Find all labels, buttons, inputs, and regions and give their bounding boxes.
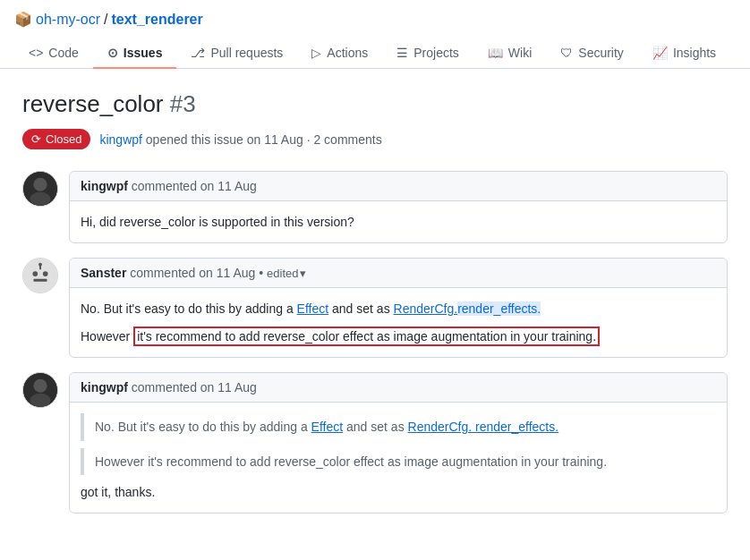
comment-body-3: No. But it's easy to do this by adding a…	[70, 403, 727, 513]
render-effects-highlight: render_effects.	[457, 301, 541, 316]
comment-2: Sanster commented on 11 Aug • edited ▾ N…	[22, 258, 728, 372]
issue-meta-text: kingwpf opened this issue on 11 Aug · 2 …	[99, 132, 381, 147]
comment-body-1: Hi, did reverse_color is supported in th…	[70, 201, 727, 242]
tab-security-label: Security	[578, 46, 624, 60]
edited-dropdown[interactable]: edited ▾	[267, 267, 306, 280]
comment-date-3: commented on 11 Aug	[132, 380, 257, 395]
avatar-sanster	[22, 258, 58, 293]
tab-actions[interactable]: ▷ Actions	[297, 38, 382, 69]
comment-thread: kingwpf commented on 11 Aug Hi, did reve…	[22, 171, 728, 528]
rendercfg-link[interactable]: RenderCfg.	[394, 301, 458, 316]
tab-wiki-label: Wiki	[508, 46, 532, 60]
tab-projects-label: Projects	[413, 46, 459, 60]
insights-icon: 📈	[652, 46, 668, 60]
comment-text-2a: No. But it's easy to do this by adding a…	[81, 299, 716, 318]
comment-header-1: kingwpf commented on 11 Aug	[70, 172, 727, 201]
comment-body-2: No. But it's easy to do this by adding a…	[70, 288, 727, 357]
comment-box-2: Sanster commented on 11 Aug • edited ▾ N…	[69, 258, 728, 358]
commenter-2: Sanster	[81, 266, 126, 280]
svg-point-4	[32, 272, 38, 277]
tab-code-label: Code	[48, 46, 78, 60]
red-border-text: it's recommend to add reverse_color effe…	[133, 327, 600, 346]
tab-actions-label: Actions	[327, 46, 368, 60]
chevron-down-icon: ▾	[300, 267, 306, 280]
nav-tabs: <> Code ⊙ Issues ⎇ Pull requests ▷ Actio…	[0, 38, 750, 69]
comment-header-2: Sanster commented on 11 Aug • edited ▾	[70, 259, 727, 288]
wiki-icon: 📖	[488, 46, 503, 60]
code-icon: <>	[29, 46, 43, 60]
repo-icon: 📦	[14, 11, 32, 28]
author-link[interactable]: kingwpf	[99, 132, 141, 147]
commenter-3: kingwpf	[81, 380, 128, 395]
issue-comments-count: 2 comments	[313, 132, 381, 147]
tab-insights-label: Insights	[673, 46, 716, 60]
issue-date: 11 Aug	[264, 132, 303, 147]
repo-link[interactable]: text_renderer	[111, 12, 202, 28]
issue-number: #3	[170, 90, 196, 117]
quote-2: However it's recommend to add reverse_co…	[81, 448, 716, 475]
issue-title-text: reverse_color	[22, 90, 164, 117]
avatar-kingwpf-3	[22, 372, 58, 408]
comment-box-1: kingwpf commented on 11 Aug Hi, did reve…	[69, 171, 728, 243]
svg-point-5	[43, 272, 48, 277]
comment-text-1: Hi, did reverse_color is supported in th…	[81, 212, 716, 232]
quote-effect-link[interactable]: Effect	[311, 420, 344, 434]
tab-pull-requests-label: Pull requests	[210, 46, 283, 60]
comment-1: kingwpf commented on 11 Aug Hi, did reve…	[22, 171, 728, 258]
issues-icon: ⊙	[107, 46, 118, 60]
svg-point-1	[33, 178, 47, 191]
comment-date-1: commented on 11 Aug	[132, 179, 257, 193]
tab-security[interactable]: 🛡 Security	[546, 38, 638, 69]
svg-point-2	[30, 192, 51, 206]
svg-point-8	[38, 263, 42, 267]
breadcrumb-separator: /	[104, 12, 107, 28]
comment-header-3: kingwpf commented on 11 Aug	[70, 373, 727, 403]
comment-box-3: kingwpf commented on 11 Aug No. But it's…	[69, 372, 728, 513]
issue-title: reverse_color #3	[22, 90, 728, 118]
tab-projects[interactable]: ☰ Projects	[382, 38, 473, 69]
tab-issues[interactable]: ⊙ Issues	[93, 38, 177, 69]
security-icon: 🛡	[560, 46, 573, 60]
closed-badge: ⟳ Closed	[22, 129, 90, 149]
closed-label: Closed	[46, 132, 81, 146]
effect-link[interactable]: Effect	[297, 301, 329, 316]
tab-wiki[interactable]: 📖 Wiki	[473, 38, 546, 69]
comment-3: kingwpf commented on 11 Aug No. But it's…	[22, 372, 728, 528]
svg-point-11	[30, 394, 51, 407]
main-content: reverse_color #3 ⟳ Closed kingwpf opened…	[8, 69, 742, 549]
comment-text-2b: However it's recommend to add reverse_co…	[81, 327, 716, 346]
owner-link[interactable]: oh-my-ocr	[36, 12, 100, 28]
comment-date-2: commented on 11 Aug •	[130, 266, 267, 280]
comment-text-3: got it, thanks.	[81, 482, 716, 502]
actions-icon: ▷	[311, 46, 321, 60]
tab-code[interactable]: <> Code	[14, 38, 93, 69]
avatar-kingwpf-1	[22, 171, 58, 207]
issue-meta: ⟳ Closed kingwpf opened this issue on 11…	[22, 129, 728, 149]
closed-icon: ⟳	[31, 132, 41, 146]
quote-rendercfg-link[interactable]: RenderCfg. render_effects.	[408, 420, 559, 434]
breadcrumb: 📦 oh-my-ocr / text_renderer	[0, 0, 750, 38]
tab-insights[interactable]: 📈 Insights	[638, 38, 730, 69]
pull-requests-icon: ⎇	[191, 46, 205, 60]
commenter-1: kingwpf	[81, 179, 128, 193]
svg-rect-6	[33, 279, 47, 282]
projects-icon: ☰	[396, 46, 408, 60]
tab-issues-label: Issues	[124, 46, 163, 60]
quote-1: No. But it's easy to do this by adding a…	[81, 413, 716, 440]
tab-pull-requests[interactable]: ⎇ Pull requests	[176, 38, 297, 69]
svg-point-10	[33, 379, 47, 393]
